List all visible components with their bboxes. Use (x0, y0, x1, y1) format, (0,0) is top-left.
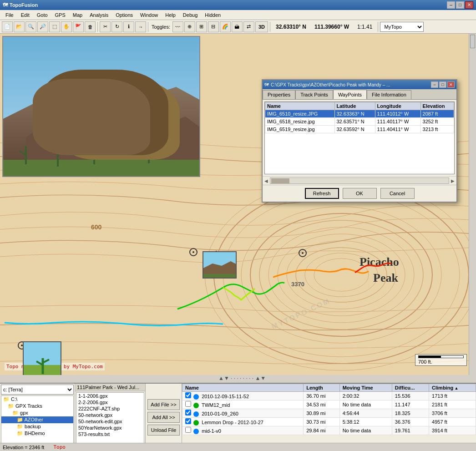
col-elev[interactable]: Elevation (420, 102, 454, 110)
col-track-length[interactable]: Length (304, 384, 339, 392)
track-row-3[interactable]: Lemmon Drop - 2012-10-27 30.73 mi 5:38:1… (182, 418, 476, 426)
tb-3d-toggle[interactable]: ⇄ (243, 21, 254, 32)
file-item[interactable]: 50-network.gpx (76, 412, 144, 418)
col-name[interactable]: Name (265, 102, 335, 110)
tb-toggle4[interactable]: ⊟ (208, 21, 219, 32)
menu-edit[interactable]: Edit (17, 11, 33, 19)
tb-toggle6[interactable]: 🏔 (232, 21, 243, 32)
close-button[interactable]: ✕ (465, 1, 473, 9)
tree-item-backup[interactable]: 📁 backup (1, 423, 73, 430)
track-checkbox[interactable] (185, 410, 191, 416)
tree-item-gpxtracks[interactable]: 📁 GPX Tracks (1, 403, 73, 410)
file-item[interactable]: 2222CNF-AZT.shp (76, 405, 144, 412)
waypoint-row-2[interactable]: IMG_6519_resize.jpg 32.63592° N 111.4041… (265, 126, 454, 133)
main-map-area[interactable]: 600 MYTOPO.COM MYTOPO.COM Picacho Peak 3… (0, 34, 476, 375)
track-checkbox[interactable] (185, 392, 191, 398)
tree-item-gpx[interactable]: 📁 gpx (1, 410, 73, 416)
drive-select[interactable]: c: [Terra] d: e: (1, 385, 74, 395)
track-checkbox-cell[interactable]: Lemmon Drop - 2012-10-27 (182, 418, 304, 426)
menu-map[interactable]: Map (69, 11, 86, 19)
tb-toggle1[interactable]: 〰 (172, 21, 183, 32)
dlg-close-btn[interactable]: ✕ (447, 81, 455, 88)
tb-new[interactable]: 📄 (2, 21, 13, 32)
menu-debug[interactable]: Debug (179, 11, 201, 19)
scroll-left-arrow[interactable]: ◀ (264, 178, 268, 183)
add-file-button[interactable]: Add File >> (147, 399, 180, 410)
track-row-1[interactable]: TWM12_mid 34.53 mi No time data 11.147 2… (182, 400, 476, 409)
col-lat[interactable]: Latitude (334, 102, 375, 110)
menu-file[interactable]: File (2, 11, 17, 19)
track-row-4[interactable]: mid-1-v0 29.84 mi No time data 19.761 39… (182, 426, 476, 435)
col-track-difficulty[interactable]: Difficu... (392, 384, 429, 392)
col-lon[interactable]: Longitude (375, 102, 420, 110)
dlg-maximize-btn[interactable]: □ (439, 81, 446, 88)
minimize-button[interactable]: – (447, 1, 455, 9)
menu-options[interactable]: Options (112, 11, 137, 19)
scroll-right-arrow[interactable]: ▶ (451, 178, 455, 183)
menu-help[interactable]: Help (162, 11, 179, 19)
menu-hidden[interactable]: Hidden (201, 11, 224, 19)
tb-delete[interactable]: 🗑 (85, 21, 96, 32)
tb-info[interactable]: ℹ (123, 21, 134, 32)
tb-toggle2[interactable]: ⊕ (184, 21, 195, 32)
ok-button[interactable]: OK (343, 188, 377, 199)
add-all-button[interactable]: Add All >> (147, 412, 180, 423)
maximize-button[interactable]: □ (456, 1, 464, 9)
dialog-hscrollbar[interactable] (270, 177, 449, 184)
cancel-button[interactable]: Cancel (380, 188, 415, 199)
track-checkbox[interactable] (185, 427, 191, 433)
menu-analysis[interactable]: Analysis (86, 11, 112, 19)
menu-goto[interactable]: Goto (33, 11, 51, 19)
tab-properties[interactable]: Properties (263, 90, 295, 99)
tb-scissors[interactable]: ✂ (100, 21, 111, 32)
tb-pan[interactable]: ✋ (61, 21, 72, 32)
tree-item-bhdemo[interactable]: 📁 BHDemo (1, 430, 73, 437)
tab-waypoints[interactable]: WayPoints (333, 90, 367, 99)
refresh-button[interactable]: Refresh (305, 188, 339, 199)
dlg-minimize-btn[interactable]: – (431, 81, 438, 88)
map-source-dropdown[interactable]: MyTopo Google Maps USGS Topo Bing Maps (380, 22, 424, 32)
menu-gps[interactable]: GPS (51, 11, 69, 19)
map-vertical-scrollbar[interactable] (469, 34, 476, 375)
col-track-name[interactable]: Name (182, 384, 304, 392)
tb-toggle3[interactable]: ⊞ (196, 21, 207, 32)
tab-fileinfo[interactable]: File Information (367, 90, 411, 99)
directory-tree[interactable]: 📁 C:\ 📁 GPX Tracks 📁 gpx 📁 AZOther 📁 bac… (1, 395, 74, 450)
col-track-climbing[interactable]: Climbing (429, 384, 476, 392)
track-row-2[interactable]: 2010-01-09_260 30.89 mi 4:56:44 18.325 3… (182, 409, 476, 418)
track-checkbox[interactable] (185, 418, 191, 424)
track-checkbox-cell[interactable]: 2010-12-09-15-11-52 (182, 392, 304, 400)
tb-3d-btn[interactable]: 3D (255, 21, 268, 32)
menu-window[interactable]: Window (137, 11, 162, 19)
unload-file-button[interactable]: Unload File (147, 425, 180, 436)
tree-item-c[interactable]: 📁 C:\ (1, 396, 73, 403)
tree-item-azother[interactable]: 📁 AZOther (1, 416, 73, 423)
tb-arrow[interactable]: → (135, 21, 146, 32)
tb-toggle5[interactable]: 🌈 (220, 21, 231, 32)
file-item[interactable]: 50-network-edit.gpx (76, 418, 144, 425)
col-track-moving-time[interactable]: Moving Time (339, 384, 392, 392)
track-checkbox-cell[interactable]: TWM12_mid (182, 400, 304, 409)
track-checkbox-cell[interactable]: 2010-01-09_260 (182, 409, 304, 418)
track-checkbox-cell[interactable]: mid-1-v0 (182, 426, 304, 435)
file-item[interactable]: 2-2-2006.gpx (76, 399, 144, 405)
waypoint-row-0[interactable]: IMG_6510_resize.JPG 32.63363° N 111.4101… (265, 110, 454, 118)
file-item[interactable]: 573-results.txt (76, 431, 144, 437)
tb-select[interactable]: ⬚ (49, 21, 60, 32)
file-list-inner[interactable]: 1-1-2006.gpx 2-2-2006.gpx 2222CNF-AZT.sh… (76, 392, 144, 451)
file-item[interactable]: 50YearNetwork.gpx (76, 425, 144, 431)
waypoints-table-container[interactable]: Name Latitude Longitude Elevation IMG_65… (264, 101, 455, 174)
tb-zoom-out[interactable]: 🔎 (37, 21, 48, 32)
track-checkbox[interactable] (185, 401, 191, 407)
file-item[interactable]: 1-1-2006.gpx (76, 393, 144, 399)
tb-zoom-in[interactable]: 🔍 (25, 21, 36, 32)
waypoint-row-1[interactable]: IMG_6518_resize.jpg 32.63571° N 111.4011… (265, 118, 454, 126)
tb-flag[interactable]: 🚩 (73, 21, 84, 32)
tb-open[interactable]: 📂 (14, 21, 25, 32)
track-row-0[interactable]: 2010-12-09-15-11-52 36.70 mi 2:00:32 15.… (182, 392, 476, 400)
track-table-container[interactable]: Name Length Moving Time Difficu... Climb… (182, 384, 476, 451)
map-photo-thumb-2[interactable] (23, 341, 61, 375)
map-photo-thumb-1[interactable] (203, 251, 237, 279)
tab-trackpoints[interactable]: Track Points (295, 90, 333, 99)
tb-refresh[interactable]: ↻ (111, 21, 122, 32)
